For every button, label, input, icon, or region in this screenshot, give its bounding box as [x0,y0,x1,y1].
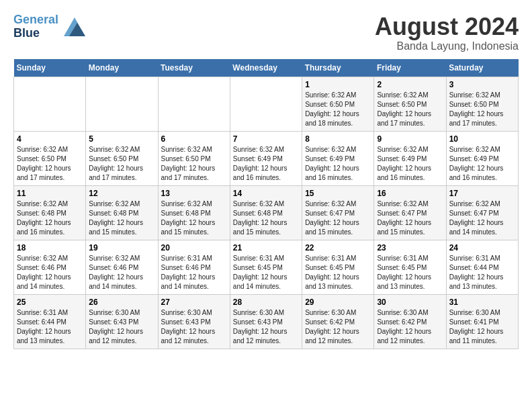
calendar-cell: 3Sunrise: 6:32 AM Sunset: 6:50 PM Daylig… [446,77,518,131]
calendar-cell [230,77,302,131]
day-number: 13 [161,189,227,198]
day-number: 25 [17,298,83,307]
day-header-monday: Monday [86,59,158,77]
logo-text: GeneralBlue [13,13,58,40]
calendar-cell: 2Sunrise: 6:32 AM Sunset: 6:50 PM Daylig… [374,77,446,131]
calendar-body: 1Sunrise: 6:32 AM Sunset: 6:50 PM Daylig… [14,77,519,349]
calendar-header-row: SundayMondayTuesdayWednesdayThursdayFrid… [14,59,519,77]
calendar-cell: 15Sunrise: 6:32 AM Sunset: 6:47 PM Dayli… [302,185,374,240]
day-number: 2 [377,80,443,89]
day-info: Sunrise: 6:32 AM Sunset: 6:49 PM Dayligh… [377,145,443,183]
day-info: Sunrise: 6:32 AM Sunset: 6:50 PM Dayligh… [377,91,443,128]
day-info: Sunrise: 6:32 AM Sunset: 6:50 PM Dayligh… [89,145,154,183]
day-number: 7 [233,134,299,144]
day-number: 9 [377,134,443,144]
day-number: 5 [89,134,154,144]
day-info: Sunrise: 6:32 AM Sunset: 6:47 PM Dayligh… [377,199,443,237]
week-row-2: 4Sunrise: 6:32 AM Sunset: 6:50 PM Daylig… [14,131,519,185]
calendar-cell: 28Sunrise: 6:30 AM Sunset: 6:43 PM Dayli… [230,294,302,349]
calendar-cell: 14Sunrise: 6:32 AM Sunset: 6:48 PM Dayli… [230,185,302,240]
day-number: 28 [233,298,299,307]
logo: GeneralBlue [13,13,85,40]
calendar-cell: 9Sunrise: 6:32 AM Sunset: 6:49 PM Daylig… [374,131,446,185]
day-info: Sunrise: 6:31 AM Sunset: 6:46 PM Dayligh… [161,254,227,291]
calendar-cell: 21Sunrise: 6:31 AM Sunset: 6:45 PM Dayli… [230,240,302,294]
calendar-cell: 25Sunrise: 6:31 AM Sunset: 6:44 PM Dayli… [14,294,86,349]
calendar-cell: 17Sunrise: 6:32 AM Sunset: 6:47 PM Dayli… [446,185,518,240]
day-number: 4 [17,134,83,144]
calendar-cell: 7Sunrise: 6:32 AM Sunset: 6:49 PM Daylig… [230,131,302,185]
day-info: Sunrise: 6:32 AM Sunset: 6:49 PM Dayligh… [233,145,299,183]
day-number: 18 [17,243,83,253]
week-row-5: 25Sunrise: 6:31 AM Sunset: 6:44 PM Dayli… [14,294,519,349]
calendar-cell: 8Sunrise: 6:32 AM Sunset: 6:49 PM Daylig… [302,131,374,185]
calendar-cell: 11Sunrise: 6:32 AM Sunset: 6:48 PM Dayli… [14,185,86,240]
day-info: Sunrise: 6:32 AM Sunset: 6:50 PM Dayligh… [305,91,371,128]
day-number: 6 [161,134,227,144]
logo-icon [64,17,85,36]
week-row-3: 11Sunrise: 6:32 AM Sunset: 6:48 PM Dayli… [14,185,519,240]
day-number: 1 [305,80,371,89]
week-row-1: 1Sunrise: 6:32 AM Sunset: 6:50 PM Daylig… [14,77,519,131]
day-number: 20 [161,243,227,253]
calendar-cell: 31Sunrise: 6:30 AM Sunset: 6:41 PM Dayli… [446,294,518,349]
day-info: Sunrise: 6:32 AM Sunset: 6:48 PM Dayligh… [161,199,227,237]
calendar-cell: 27Sunrise: 6:30 AM Sunset: 6:43 PM Dayli… [158,294,230,349]
calendar-cell: 24Sunrise: 6:31 AM Sunset: 6:44 PM Dayli… [446,240,518,294]
day-number: 31 [449,298,515,307]
day-number: 12 [89,189,154,198]
calendar-cell [158,77,230,131]
day-number: 21 [233,243,299,253]
day-info: Sunrise: 6:30 AM Sunset: 6:42 PM Dayligh… [305,308,371,346]
calendar-cell: 20Sunrise: 6:31 AM Sunset: 6:46 PM Dayli… [158,240,230,294]
day-info: Sunrise: 6:31 AM Sunset: 6:45 PM Dayligh… [305,254,371,291]
day-number: 26 [89,298,154,307]
day-header-thursday: Thursday [302,59,374,77]
calendar-cell: 10Sunrise: 6:32 AM Sunset: 6:49 PM Dayli… [446,131,518,185]
day-info: Sunrise: 6:31 AM Sunset: 6:44 PM Dayligh… [17,308,83,346]
day-info: Sunrise: 6:32 AM Sunset: 6:49 PM Dayligh… [305,145,371,183]
day-info: Sunrise: 6:32 AM Sunset: 6:47 PM Dayligh… [305,199,371,237]
day-info: Sunrise: 6:32 AM Sunset: 6:48 PM Dayligh… [233,199,299,237]
calendar-cell: 19Sunrise: 6:32 AM Sunset: 6:46 PM Dayli… [86,240,158,294]
day-number: 15 [305,189,371,198]
day-number: 30 [377,298,443,307]
day-header-sunday: Sunday [14,59,86,77]
day-number: 29 [305,298,371,307]
calendar-cell: 29Sunrise: 6:30 AM Sunset: 6:42 PM Dayli… [302,294,374,349]
calendar-cell: 30Sunrise: 6:30 AM Sunset: 6:42 PM Dayli… [374,294,446,349]
day-info: Sunrise: 6:32 AM Sunset: 6:49 PM Dayligh… [449,145,515,183]
calendar-cell: 6Sunrise: 6:32 AM Sunset: 6:50 PM Daylig… [158,131,230,185]
day-number: 23 [377,243,443,253]
day-number: 10 [449,134,515,144]
day-number: 27 [161,298,227,307]
calendar-cell: 16Sunrise: 6:32 AM Sunset: 6:47 PM Dayli… [374,185,446,240]
day-number: 16 [377,189,443,198]
week-row-4: 18Sunrise: 6:32 AM Sunset: 6:46 PM Dayli… [14,240,519,294]
calendar-table: SundayMondayTuesdayWednesdayThursdayFrid… [13,59,519,349]
day-info: Sunrise: 6:32 AM Sunset: 6:48 PM Dayligh… [17,199,83,237]
calendar-cell: 4Sunrise: 6:32 AM Sunset: 6:50 PM Daylig… [14,131,86,185]
day-header-friday: Friday [374,59,446,77]
day-info: Sunrise: 6:31 AM Sunset: 6:44 PM Dayligh… [449,254,515,291]
calendar-cell: 22Sunrise: 6:31 AM Sunset: 6:45 PM Dayli… [302,240,374,294]
day-info: Sunrise: 6:32 AM Sunset: 6:50 PM Dayligh… [161,145,227,183]
month-year: August 2024 [375,13,519,40]
calendar-cell [14,77,86,131]
day-number: 17 [449,189,515,198]
calendar-cell: 1Sunrise: 6:32 AM Sunset: 6:50 PM Daylig… [302,77,374,131]
day-number: 22 [305,243,371,253]
day-info: Sunrise: 6:32 AM Sunset: 6:50 PM Dayligh… [17,145,83,183]
day-number: 3 [449,80,515,89]
day-header-wednesday: Wednesday [230,59,302,77]
location: Banda Layung, Indonesia [375,40,519,52]
day-info: Sunrise: 6:32 AM Sunset: 6:48 PM Dayligh… [89,199,154,237]
day-info: Sunrise: 6:30 AM Sunset: 6:43 PM Dayligh… [89,308,154,346]
day-info: Sunrise: 6:30 AM Sunset: 6:43 PM Dayligh… [233,308,299,346]
title-block: August 2024 Banda Layung, Indonesia [375,13,519,52]
day-info: Sunrise: 6:32 AM Sunset: 6:46 PM Dayligh… [17,254,83,291]
day-info: Sunrise: 6:30 AM Sunset: 6:43 PM Dayligh… [161,308,227,346]
day-info: Sunrise: 6:31 AM Sunset: 6:45 PM Dayligh… [377,254,443,291]
day-header-tuesday: Tuesday [158,59,230,77]
calendar-cell: 13Sunrise: 6:32 AM Sunset: 6:48 PM Dayli… [158,185,230,240]
